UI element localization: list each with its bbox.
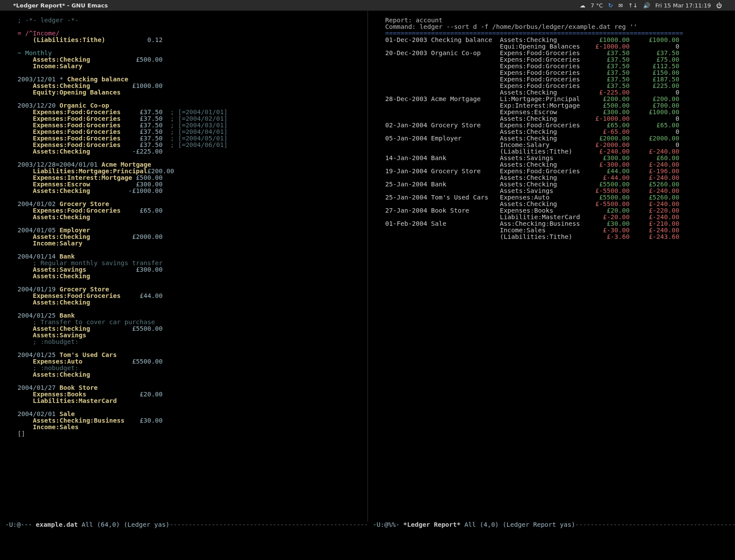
refresh-icon[interactable]: ↻	[608, 2, 613, 9]
clock-text: Fri 15 Mar 17:11:19	[655, 2, 711, 9]
network-icon[interactable]: ↑↓	[628, 2, 638, 9]
window-title: *Ledger Report* - GNU Emacs	[13, 2, 108, 9]
titlebar: *Ledger Report* - GNU Emacs ☁ 7 °C ↻ ✉ ↑…	[0, 0, 735, 11]
modeline-right: -U:@%%- *Ledger Report* All (4,0) (Ledge…	[368, 522, 735, 528]
modeline-left: -U:@--- example.dat All (64,0) (Ledger y…	[0, 522, 368, 528]
weather-temp: 7 °C	[591, 2, 603, 9]
modeline: -U:@--- example.dat All (64,0) (Ledger y…	[0, 522, 735, 528]
weather-icon: ☁	[580, 2, 585, 9]
system-tray: ☁ 7 °C ↻ ✉ ↑↓ 🔊 Fri 15 Mar 17:11:19 ⏻	[580, 2, 722, 9]
power-icon[interactable]: ⏻	[716, 2, 722, 9]
mail-icon[interactable]: ✉	[618, 2, 623, 9]
volume-icon[interactable]: 🔊	[643, 2, 650, 9]
ledger-source-pane[interactable]: ; -*- ledger -*- = /^Income/ (Liabilitie…	[0, 11, 368, 525]
ledger-report-pane[interactable]: Report: accountCommand: ledger --sort d …	[368, 11, 735, 525]
